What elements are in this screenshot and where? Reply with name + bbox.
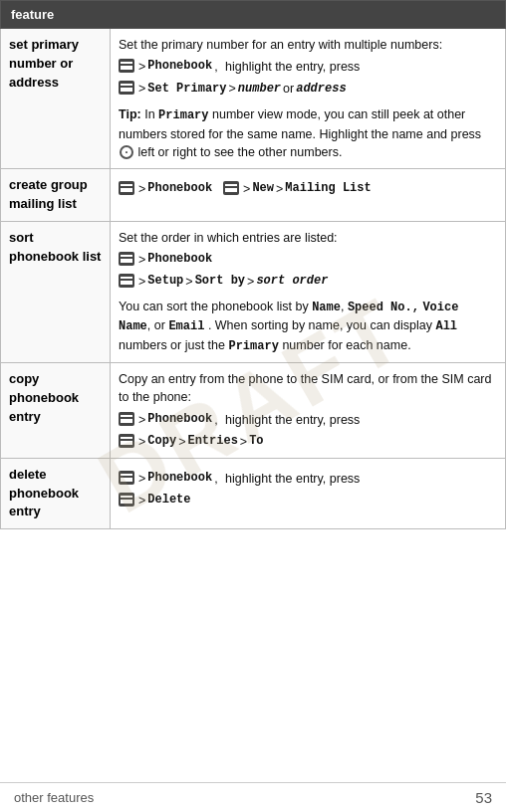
mailing-nav-line: > Phonebook > New > Mailing List bbox=[119, 180, 497, 198]
menu-icon-10 bbox=[119, 493, 134, 507]
menu-icon-6 bbox=[119, 274, 134, 288]
table-row: set primary number or address Set the pr… bbox=[1, 29, 506, 169]
copy-comma: , bbox=[214, 411, 217, 429]
page-wrapper: feature set primary number or address Se… bbox=[0, 0, 506, 812]
copy-highlight: highlight the entry, press bbox=[225, 411, 360, 429]
menu-icon-3 bbox=[119, 181, 134, 195]
delete-nav-2: > Delete bbox=[119, 492, 497, 509]
gt-s3: > bbox=[185, 273, 192, 291]
table-row: sort phonebook list Set the order in whi… bbox=[1, 221, 506, 363]
feature-content-mailing: > Phonebook > New > Mailing List bbox=[111, 169, 506, 222]
tip-label: Tip: bbox=[119, 107, 141, 121]
sort-desc-text: You can sort the phonebook list by bbox=[119, 300, 312, 313]
gt-m3: > bbox=[276, 180, 283, 198]
feature-content-copy: Copy an entry from the phone to the SIM … bbox=[111, 363, 506, 459]
table-row: copy phonebook entry Copy an entry from … bbox=[1, 363, 506, 459]
feature-content-set-primary: Set the primary number for an entry with… bbox=[111, 29, 506, 169]
phonebook-kw: Phonebook bbox=[147, 58, 212, 75]
sort-intro: Set the order in which entries are liste… bbox=[119, 231, 338, 245]
page-number: 53 bbox=[475, 789, 492, 806]
number-kw: number bbox=[238, 81, 281, 98]
delete-highlight: highlight the entry, press bbox=[225, 470, 360, 488]
table-row: delete phonebook entry > Phonebook, high… bbox=[1, 458, 506, 529]
primary-kw-2: Primary bbox=[228, 339, 278, 353]
features-table: feature set primary number or address Se… bbox=[0, 0, 506, 529]
gt-s4: > bbox=[247, 273, 254, 291]
menu-icon-2 bbox=[119, 81, 134, 95]
feature-label-delete: delete phonebook entry bbox=[1, 458, 111, 529]
gt-c3: > bbox=[178, 433, 185, 451]
menu-icon-5 bbox=[119, 252, 134, 266]
nav-arrow-2: > bbox=[138, 80, 145, 98]
delete-kw: Delete bbox=[147, 492, 190, 508]
feature-content-delete: > Phonebook, highlight the entry, press … bbox=[111, 458, 506, 529]
nav-line-1: > Phonebook, highlight the entry, press bbox=[119, 58, 497, 76]
phonebook-kw-3: Phonebook bbox=[147, 251, 212, 268]
gt-c4: > bbox=[240, 433, 247, 451]
menu-icon-9 bbox=[119, 471, 134, 485]
sort-desc-4: number for each name. bbox=[282, 338, 410, 352]
tip-text: In bbox=[144, 107, 158, 121]
table-row: create group mailing list > Phonebook > … bbox=[1, 169, 506, 222]
menu-icon-7 bbox=[119, 412, 134, 426]
name-kw: Name bbox=[312, 301, 341, 314]
phonebook-kw-5: Phonebook bbox=[147, 470, 212, 487]
gt-m1: > bbox=[138, 180, 145, 198]
copy-intro: Copy an entry from the phone to the SIM … bbox=[119, 372, 491, 404]
email-kw: Email bbox=[168, 319, 204, 333]
gt-c2: > bbox=[138, 433, 145, 451]
delete-comma: , bbox=[214, 470, 217, 488]
feature-content-sort: Set the order in which entries are liste… bbox=[111, 221, 506, 363]
sort-or: or bbox=[154, 318, 169, 332]
gt-c1: > bbox=[138, 411, 145, 429]
phonebook-kw-2: Phonebook bbox=[147, 180, 212, 197]
copy-kw: Copy bbox=[147, 433, 176, 450]
sort-desc: You can sort the phonebook list by Name,… bbox=[119, 298, 497, 355]
tip-block: Tip: In Primary number view mode, you ca… bbox=[119, 105, 497, 161]
sort-nav-1: > Phonebook bbox=[119, 251, 497, 269]
phonebook-kw-4: Phonebook bbox=[147, 411, 212, 428]
gt-d2: > bbox=[138, 492, 145, 509]
mailing-list-kw: Mailing List bbox=[285, 180, 371, 197]
highlight-text: highlight the entry, press bbox=[225, 58, 360, 76]
center-dot-icon bbox=[120, 145, 133, 159]
footer-text: other features bbox=[14, 790, 94, 805]
menu-icon-8 bbox=[119, 434, 134, 448]
sort-desc-3: numbers or just the bbox=[119, 338, 228, 352]
set-primary-kw: Set Primary bbox=[147, 81, 226, 98]
nav-line-2: > Set Primary > number or address bbox=[119, 80, 497, 98]
to-kw: To bbox=[249, 433, 263, 450]
tip-text-3: left or right to see the other numbers. bbox=[134, 145, 342, 159]
new-kw: New bbox=[252, 180, 274, 197]
all-kw: All bbox=[435, 319, 457, 333]
sort-desc-2: . When sorting by name, you can display bbox=[208, 318, 436, 332]
feature-label-mailing: create group mailing list bbox=[1, 169, 111, 222]
menu-icon bbox=[119, 59, 134, 73]
address-kw: address bbox=[296, 81, 346, 98]
gt-d1: > bbox=[138, 470, 145, 488]
nav-arrow: > bbox=[138, 58, 145, 76]
sort-by-kw: Sort by bbox=[195, 273, 245, 290]
delete-nav-1: > Phonebook, highlight the entry, press bbox=[119, 470, 497, 488]
set-primary-intro: Set the primary number for an entry with… bbox=[119, 38, 442, 52]
table-header: feature bbox=[1, 1, 506, 29]
copy-nav-2: > Copy > Entries > To bbox=[119, 433, 497, 451]
feature-label-set-primary: set primary number or address bbox=[1, 29, 111, 169]
sort-comma-1: , bbox=[341, 300, 344, 313]
gt-2: > bbox=[229, 80, 236, 98]
gt-s2: > bbox=[138, 273, 145, 291]
feature-label-sort: sort phonebook list bbox=[1, 221, 111, 363]
comma: , bbox=[214, 58, 217, 76]
setup-kw: Setup bbox=[147, 273, 183, 290]
sort-order-kw: sort order bbox=[256, 273, 328, 290]
sort-comma-2: , bbox=[147, 318, 150, 332]
gt-s1: > bbox=[138, 251, 145, 269]
page-footer: other features 53 bbox=[0, 782, 506, 812]
sort-nav-2: > Setup > Sort by > sort order bbox=[119, 273, 497, 291]
entries-kw: Entries bbox=[187, 433, 237, 450]
or: or bbox=[283, 80, 294, 98]
copy-nav-1: > Phonebook, highlight the entry, press bbox=[119, 411, 497, 429]
feature-label-copy: copy phonebook entry bbox=[1, 363, 111, 459]
menu-icon-4 bbox=[223, 181, 239, 195]
primary-kw: Primary bbox=[158, 108, 208, 122]
